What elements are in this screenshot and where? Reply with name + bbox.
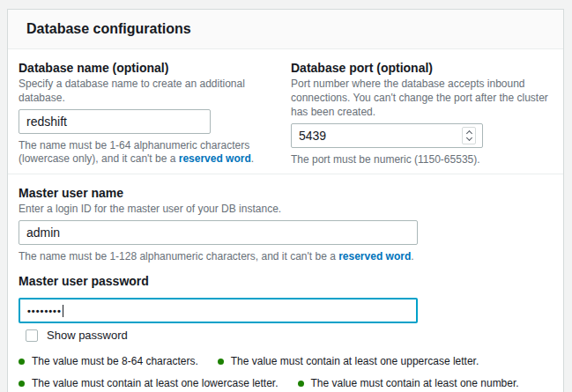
master-user-name-input[interactable] [26,226,410,240]
master-user-name-description: Enter a login ID for the master user of … [19,202,553,216]
password-requirements-list: The value must be 8-64 characters. The v… [19,354,553,392]
database-port-input[interactable] [299,129,475,143]
requirement-text: The value must contain at least one lowe… [32,377,279,389]
requirement-text: The value must be 8-64 characters. [32,355,198,367]
master-user-name-input-box [19,220,418,245]
requirements-row: The value must contain at least one lowe… [19,376,553,390]
section-divider [8,174,563,174]
database-port-constraint: The port must be numeric (1150-65535). [291,153,553,166]
database-name-description: Specify a database name to create an add… [19,77,280,105]
green-bullet-icon [19,381,25,387]
show-password-label: Show password [47,329,128,343]
panel-body: Database name (optional) Specify a datab… [8,49,563,392]
number-stepper[interactable] [462,127,476,144]
name-port-row: Database name (optional) Specify a datab… [19,60,553,166]
panel-header: Database configurations [8,10,563,49]
master-user-password-input[interactable]: •••••••• [19,298,418,323]
text-caret [63,305,63,317]
database-name-constraint: The name must be 1-64 alphanumeric chara… [19,139,280,166]
reserved-word-link[interactable]: reserved word [338,250,411,263]
requirement-item: The value must contain at least one lowe… [19,376,279,390]
master-user-name-label: Master user name [19,185,553,201]
database-port-label: Database port (optional) [291,60,553,76]
requirement-item: The value must contain at least one uppe… [218,354,479,368]
panel-title: Database configurations [26,20,545,38]
database-port-description: Port number where the database accepts i… [291,77,553,119]
database-name-input[interactable] [26,115,203,129]
database-name-input-box [19,109,211,134]
database-configurations-panel: Database configurations Database name (o… [7,9,564,392]
stepper-down-icon[interactable] [465,135,472,141]
masked-password-value: •••••••• [27,306,62,316]
master-user-name-field: Master user name Enter a login ID for th… [19,185,553,263]
database-port-field: Database port (optional) Port number whe… [291,60,553,166]
requirement-item: The value must be 8-64 characters. [19,354,198,368]
master-user-password-label: Master user password [19,273,553,289]
master-user-password-field: Master user password •••••••• Show passw… [19,273,553,343]
show-password-row: Show password [26,329,553,343]
master-user-name-constraint: The name must be 1-128 alphanumeric char… [19,250,553,263]
master-user-name-constraint-text: The name must be 1-128 alphanumeric char… [19,250,338,263]
requirement-text: The value must contain at least one uppe… [231,355,479,367]
database-name-field: Database name (optional) Specify a datab… [19,60,280,166]
database-name-constraint-period: . [251,152,254,165]
master-user-name-constraint-period: . [411,250,413,263]
green-bullet-icon [298,381,304,387]
show-password-checkbox[interactable] [26,329,38,342]
database-name-label: Database name (optional) [19,60,280,76]
green-bullet-icon [218,359,224,365]
database-port-input-box [291,123,483,148]
requirement-item: The value must contain at least one numb… [298,376,519,390]
requirement-text: The value must contain at least one numb… [311,377,519,389]
green-bullet-icon [19,359,25,365]
requirements-row: The value must be 8-64 characters. The v… [19,354,553,368]
reserved-word-link[interactable]: reserved word [179,152,251,165]
